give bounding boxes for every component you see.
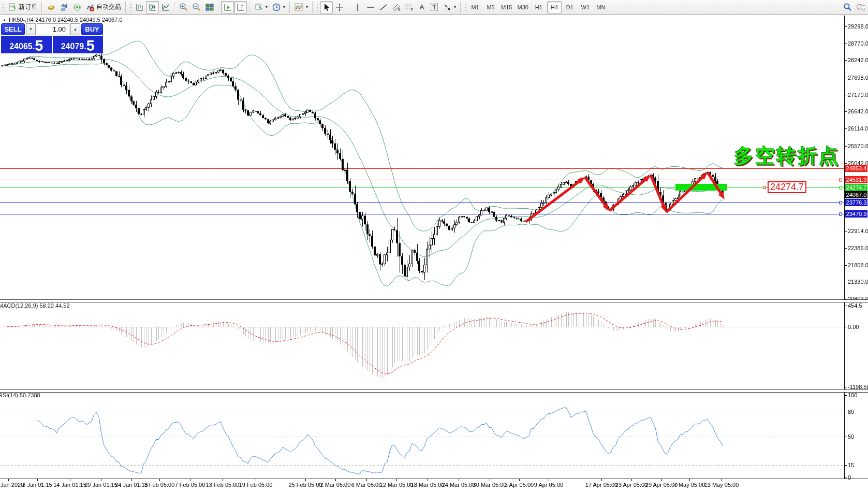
auto-scroll-button[interactable] bbox=[221, 1, 234, 13]
one-click-trading-panel: SELL ▼ 1.00 ▲ BUY 24065.5 24079.5 bbox=[1, 23, 103, 53]
bar-chart-button[interactable] bbox=[133, 1, 146, 13]
time-axis[interactable] bbox=[0, 479, 868, 491]
indicators-button[interactable]: ▾ bbox=[292, 1, 310, 13]
chevron-down-icon: ▾ bbox=[283, 5, 285, 9]
search-button[interactable] bbox=[841, 1, 854, 13]
svg-text:E: E bbox=[398, 8, 401, 11]
toolbar: 新订单 自动交易 bbox=[0, 0, 868, 15]
chat-icon bbox=[856, 3, 865, 11]
line-chart-button[interactable] bbox=[159, 1, 172, 13]
sell-button[interactable]: SELL bbox=[1, 23, 25, 35]
horizontal-line-button[interactable] bbox=[364, 1, 377, 13]
toolbar-grip[interactable] bbox=[465, 3, 466, 12]
zoom-in-icon bbox=[179, 3, 188, 11]
chevron-down-icon: ▾ bbox=[306, 5, 308, 9]
crosshair-button[interactable] bbox=[333, 1, 346, 13]
toolbar-grip[interactable] bbox=[317, 3, 318, 12]
sell-price-frac: 5 bbox=[35, 39, 43, 52]
new-chart-button[interactable]: ▾ bbox=[252, 1, 270, 13]
zoom-out-icon bbox=[192, 3, 201, 11]
market-watch-icon bbox=[60, 3, 68, 11]
new-order-label: 新订单 bbox=[19, 3, 37, 11]
cursor-button[interactable] bbox=[320, 1, 333, 13]
timeframe-d1[interactable]: D1 bbox=[563, 1, 577, 13]
chart-shift-button[interactable] bbox=[234, 1, 247, 13]
search-icon bbox=[843, 3, 852, 11]
zoom-in-button[interactable] bbox=[177, 1, 190, 13]
trendline-icon bbox=[379, 3, 388, 11]
sell-price[interactable]: 24065.5 bbox=[1, 36, 52, 53]
buy-price[interactable]: 24079.5 bbox=[53, 36, 104, 53]
chevron-down-icon: ▾ bbox=[266, 5, 268, 9]
text-icon: A bbox=[419, 4, 424, 10]
new-order-button[interactable]: 新订单 bbox=[6, 1, 39, 13]
tile-windows-icon bbox=[205, 3, 214, 11]
equidistant-channel-icon: E bbox=[392, 3, 401, 11]
buy-button[interactable]: BUY bbox=[81, 23, 103, 35]
new-chart-icon bbox=[254, 3, 263, 11]
chart-canvas[interactable] bbox=[0, 0, 868, 491]
market-watch-button[interactable] bbox=[57, 1, 70, 13]
timeframe-m15[interactable]: M15 bbox=[499, 1, 514, 13]
chevron-down-icon: ▾ bbox=[454, 5, 456, 9]
candlestick-chart-button[interactable] bbox=[146, 1, 159, 13]
timeframe-m30[interactable]: M30 bbox=[515, 1, 530, 13]
timeframe-w1[interactable]: W1 bbox=[578, 1, 593, 13]
autotrading-icon bbox=[85, 3, 94, 11]
period-button[interactable]: ▾ bbox=[270, 1, 287, 13]
timeframe-m1[interactable]: M1 bbox=[468, 1, 482, 13]
chat-button[interactable] bbox=[854, 1, 867, 13]
vertical-line-button[interactable] bbox=[351, 1, 364, 13]
line-chart-icon bbox=[161, 3, 170, 11]
timeframe-toolbar: M1M5M15M30H1H4D1W1MN bbox=[468, 1, 608, 13]
volume-down-button[interactable]: ▼ bbox=[26, 23, 36, 35]
volume-up-button[interactable]: ▲ bbox=[70, 23, 80, 35]
svg-text:F: F bbox=[411, 8, 413, 11]
equidistant-channel-button[interactable]: E bbox=[390, 1, 403, 13]
ledger-icon bbox=[47, 3, 55, 11]
horizontal-line-icon bbox=[366, 3, 375, 11]
signals-button[interactable] bbox=[70, 1, 83, 13]
toolbar-grip[interactable] bbox=[3, 3, 4, 12]
buy-price-int: 24079 bbox=[61, 41, 84, 52]
period-clock-icon bbox=[272, 3, 281, 11]
price-axis[interactable] bbox=[844, 16, 868, 479]
trendline-button[interactable] bbox=[377, 1, 390, 13]
autotrading-label: 自动交易 bbox=[96, 3, 121, 11]
trading-platform-window: 新订单 自动交易 bbox=[0, 0, 868, 491]
chart-shift-icon bbox=[236, 3, 245, 11]
crosshair-icon bbox=[335, 3, 344, 11]
fibonacci-button[interactable]: F bbox=[403, 1, 416, 13]
toolbar-grip[interactable] bbox=[130, 3, 131, 12]
indicators-icon bbox=[295, 3, 303, 11]
sell-price-int: 24065 bbox=[9, 41, 33, 52]
timeframe-h1[interactable]: H1 bbox=[532, 1, 546, 13]
arrow-tools-button[interactable]: ▾ bbox=[440, 1, 458, 13]
profile-button[interactable] bbox=[45, 1, 57, 13]
candlestick-chart-icon bbox=[148, 3, 157, 11]
text-label-icon: T bbox=[431, 3, 438, 11]
bar-chart-icon bbox=[135, 3, 144, 11]
vertical-line-icon bbox=[353, 3, 362, 11]
text-label-button[interactable]: T bbox=[428, 1, 440, 13]
pane-separator-rsi[interactable] bbox=[0, 389, 868, 393]
tile-windows-button[interactable] bbox=[203, 1, 216, 13]
buy-price-frac: 5 bbox=[86, 39, 95, 52]
new-order-icon bbox=[8, 3, 17, 11]
zoom-out-button[interactable] bbox=[190, 1, 203, 13]
pane-separator-macd[interactable] bbox=[0, 299, 868, 302]
timeframe-m5[interactable]: M5 bbox=[483, 1, 498, 13]
signals-icon bbox=[72, 3, 81, 11]
fibonacci-icon: F bbox=[405, 3, 414, 11]
cursor-icon bbox=[322, 3, 331, 11]
autotrading-button[interactable]: 自动交易 bbox=[83, 1, 123, 13]
text-button[interactable]: A bbox=[416, 1, 428, 13]
timeframe-mn[interactable]: MN bbox=[594, 1, 608, 13]
volume-input[interactable]: 1.00 bbox=[37, 23, 69, 35]
arrow-tools-icon bbox=[443, 3, 451, 11]
timeframe-h4[interactable]: H4 bbox=[547, 1, 562, 13]
auto-scroll-icon bbox=[223, 3, 232, 11]
